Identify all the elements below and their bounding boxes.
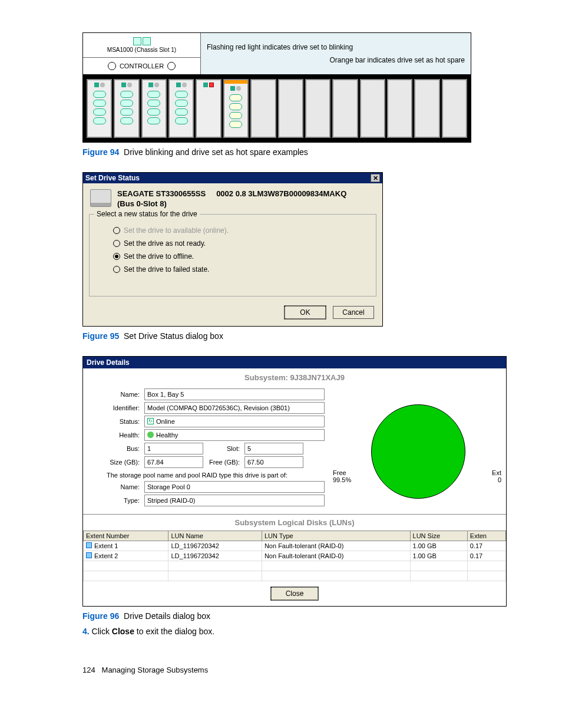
red-led-icon: [209, 83, 214, 87]
figure94-caption: Figure 94 Drive blinking and drive set a…: [82, 147, 503, 157]
field-status: ↻ Online: [144, 416, 325, 427]
field-identifier: Model (COMPAQ BD0726536C), Revision (3B0…: [144, 402, 325, 414]
label-status: Status:: [91, 418, 144, 425]
dialog-title: Drive Details: [87, 358, 130, 367]
chassis-label-box: MSA1000 (Chassis Slot 1): [83, 33, 200, 58]
capacity-pie-chart: Free 99.5% Ext 0: [330, 387, 506, 514]
radio-failed-label: Set the drive to failed state.: [124, 265, 209, 274]
label-slot: Slot:: [203, 445, 244, 452]
chassis-label: MSA1000 (Chassis Slot 1): [107, 47, 176, 53]
drive-slots-row: [83, 74, 471, 142]
radio-available[interactable]: [113, 227, 120, 234]
drive-details-dialog: Drive Details Subsystem: 9J38JN71XAJ9 Na…: [82, 356, 507, 607]
cancel-button[interactable]: Cancel: [333, 306, 374, 319]
step-4: 4. Click Close to exit the dialog box.: [82, 627, 503, 636]
label-bus: Bus:: [91, 445, 144, 452]
table-row: [84, 561, 506, 571]
radio-available-label: Set the drive to available (online).: [124, 226, 229, 235]
ok-button[interactable]: OK: [285, 306, 326, 319]
figure95-caption: Figure 95 Set Drive Status dialog box: [82, 331, 503, 341]
field-type: Striped (RAID-0): [144, 495, 325, 506]
chassis-diagram: MSA1000 (Chassis Slot 1) CONTROLLER Flas…: [82, 32, 471, 143]
field-name: Box 1, Bay 5: [144, 388, 325, 400]
led-left: [108, 62, 116, 70]
dialog-title: Set Drive Status: [85, 174, 140, 182]
radio-failed[interactable]: [113, 266, 120, 273]
lun-col-header: Extent Number: [84, 531, 168, 541]
field-poolname: Storage Pool 0: [144, 481, 325, 493]
field-slot: 5: [244, 443, 303, 454]
drive-serial: 0002 0.8 3LM3W87B00009834MAKQ: [216, 189, 346, 198]
lun-table: Extent NumberLUN NameLUN TypeLUN SizeExt…: [83, 531, 506, 581]
chart-free-label: Free: [333, 469, 351, 476]
figure96-caption: Figure 96 Drive Details dialog box: [82, 611, 503, 621]
controller-label: CONTROLLER: [120, 62, 164, 70]
label-type: Type:: [91, 497, 144, 504]
page-footer: 124 Managing Storage Subsystems: [82, 666, 503, 674]
close-icon[interactable]: ✕: [371, 174, 380, 182]
label-poolname: Name:: [91, 483, 144, 490]
pool-note: The storage pool name and pool RAID type…: [107, 472, 325, 479]
lun-col-header: Exten: [467, 531, 505, 541]
label-free: Free (GB):: [203, 459, 244, 466]
table-row: [84, 571, 506, 581]
annotation-orange: Orange bar indicates drive set as hot sp…: [207, 56, 465, 64]
lun-col-header: LUN Type: [262, 531, 410, 541]
label-name: Name:: [91, 391, 144, 398]
close-button[interactable]: Close: [271, 587, 318, 600]
field-size: 67.84: [144, 456, 203, 468]
orange-hotspare-bar: [224, 80, 247, 84]
radio-offline-label: Set the drive to offline.: [124, 252, 194, 261]
field-health: Healthy: [144, 429, 325, 441]
set-drive-status-dialog: Set Drive Status ✕ SEAGATE ST3300655SS 0…: [82, 172, 383, 327]
chart-free-pct: 99.5%: [333, 476, 351, 483]
chart-ext-val: 0: [492, 476, 501, 483]
fieldset-legend: Select a new status for the drive: [94, 210, 200, 218]
table-row[interactable]: Extent 1LD_1196720342Non Fault-tolerant …: [84, 541, 506, 551]
field-free: 67.50: [244, 456, 303, 468]
healthy-icon: [147, 431, 154, 438]
led-right: [167, 62, 176, 70]
subsystem-header: Subsystem: 9J38JN71XAJ9: [83, 368, 506, 387]
radio-notready[interactable]: [113, 240, 120, 247]
annotation-flash: Flashing red light indicates drive set t…: [207, 43, 465, 51]
lun-col-header: LUN Size: [410, 531, 467, 541]
label-health: Health:: [91, 431, 144, 439]
online-icon: ↻: [147, 418, 154, 424]
lun-col-header: LUN Name: [168, 531, 262, 541]
drive-model: SEAGATE ST3300655SS: [117, 189, 206, 198]
table-row[interactable]: Extent 2LD_1196720342Non Fault-tolerant …: [84, 551, 506, 561]
radio-notready-label: Set the drive as not ready.: [124, 239, 206, 248]
field-bus: 1: [144, 443, 203, 454]
lun-section-title: Subsystem Logical Disks (LUNs): [83, 514, 506, 531]
radio-offline[interactable]: [113, 253, 120, 260]
label-identifier: Identifier:: [91, 404, 144, 411]
label-size: Size (GB):: [91, 459, 144, 466]
chart-ext-label: Ext: [492, 469, 501, 476]
drive-location: (Bus 0-Slot 8): [117, 199, 346, 209]
drive-icon: [90, 189, 111, 207]
